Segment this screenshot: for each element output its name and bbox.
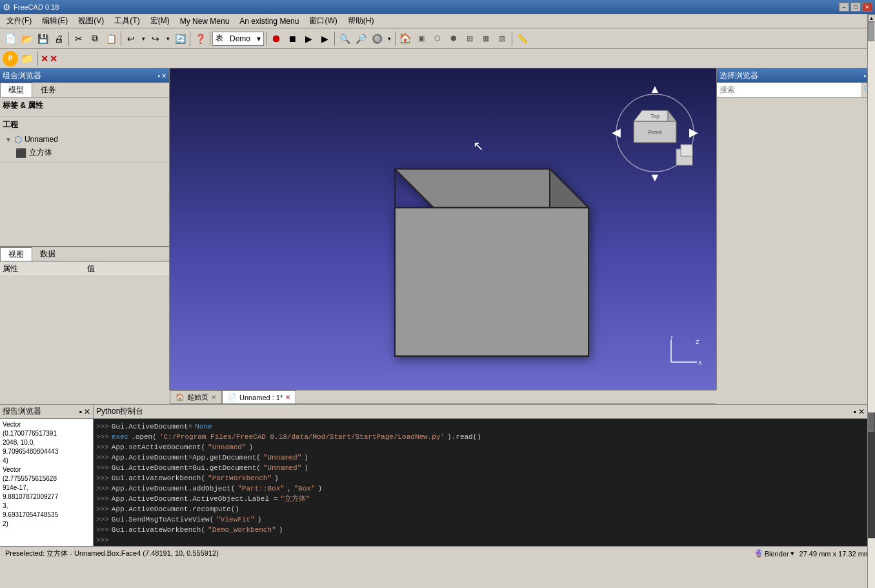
python-scroll-track[interactable]: [868, 412, 876, 538]
report-scroll-thumb[interactable]: [868, 22, 874, 41]
python-close-btn[interactable]: ✕: [858, 407, 865, 416]
svg-text:Front: Front: [648, 129, 662, 136]
menu-existing-menu[interactable]: An existing Menu: [234, 15, 304, 27]
titlebar-controls[interactable]: − □ ✕: [839, 3, 872, 12]
close-x-1[interactable]: ✕: [41, 54, 48, 64]
part-icon[interactable]: P: [3, 51, 18, 66]
view-fit-all-button[interactable]: 🔎: [353, 31, 368, 46]
minimize-button[interactable]: −: [839, 3, 849, 12]
report-line-11: 9.69317054748535: [3, 511, 90, 520]
redo-arrow[interactable]: ▾: [164, 31, 172, 46]
tree-item-cube[interactable]: ⬛ 立方体: [3, 146, 166, 159]
python-content[interactable]: >>> Gui.ActiveDocument=None >>> exec.ope…: [94, 419, 867, 546]
folder-icon[interactable]: 📁: [19, 51, 35, 66]
tab-unnamed-close[interactable]: ✕: [285, 394, 290, 401]
sel-restore-btn[interactable]: ▪: [863, 72, 866, 79]
redo-button[interactable]: ↪: [148, 31, 163, 46]
view-bottom-button[interactable]: ▦: [478, 31, 494, 46]
search-bar[interactable]: 🔍: [717, 83, 875, 97]
report-scroll-up[interactable]: ▲: [868, 14, 876, 22]
view-style-arrow[interactable]: ▾: [385, 31, 393, 46]
tab-start-close[interactable]: ✕: [211, 394, 216, 401]
menu-help[interactable]: 帮助(H): [343, 14, 379, 28]
py-line-1: >>> Gui.ActiveDocument=None: [96, 421, 865, 432]
execute-button[interactable]: ▶: [301, 31, 316, 46]
status-right: 🔮 Blender ▾ 27.49 mm x 17.32 mm: [754, 549, 870, 558]
python-restore-btn[interactable]: ▪: [853, 407, 856, 416]
close-button[interactable]: ✕: [862, 3, 872, 12]
report-content: Vector (0.1700776517391 2048, 10.0, 9.70…: [0, 419, 93, 546]
tab-start-page[interactable]: 🏠 起始页 ✕: [170, 390, 222, 403]
view-fit-button[interactable]: 🔍: [337, 31, 352, 46]
menu-edit[interactable]: 编辑(E): [37, 14, 73, 28]
view-right-button[interactable]: ⬢: [446, 31, 461, 46]
py-line-3: >>> App.setActiveDocument("Unnamed"): [96, 442, 865, 452]
menu-file[interactable]: 文件(F): [1, 14, 37, 28]
new-file-button[interactable]: 📄: [3, 31, 18, 46]
search-input[interactable]: [717, 83, 861, 97]
combo-close-btn[interactable]: ✕: [161, 72, 166, 79]
report-close-btn[interactable]: ✕: [84, 407, 90, 416]
nav-cube[interactable]: ▲ ▼ ◀ ▶ Top Front: [607, 81, 703, 185]
tree-item-unnamed[interactable]: ▼ ⬡ Unnamed: [3, 133, 166, 146]
view-rear-button[interactable]: ▤: [462, 31, 478, 46]
report-restore-btn[interactable]: ▪: [79, 407, 81, 416]
nav-cube-svg: ▲ ▼ ◀ ▶ Top Front: [607, 81, 703, 185]
copy-button[interactable]: ⧉: [87, 31, 103, 46]
renderer-dropdown[interactable]: 🔮 Blender ▾: [754, 549, 794, 558]
undo-button[interactable]: ↩: [123, 31, 139, 46]
combo-browser-title: 组合浏览器: [3, 70, 41, 81]
tree-label-unnamed: Unnamed: [25, 135, 58, 144]
python-scroll-thumb[interactable]: [868, 412, 874, 432]
menu-window[interactable]: 窗口(W): [304, 14, 342, 28]
cut-button[interactable]: ✂: [71, 31, 86, 46]
toolbar-separator-1: [68, 32, 69, 46]
report-line-3: 2048, 10.0,: [3, 438, 90, 447]
view-tab-data[interactable]: 数据: [32, 247, 63, 261]
stop-button[interactable]: ⏹: [285, 31, 300, 46]
report-panel: 报告浏览器 ▪ ✕ Vector (0.1700776517391 2048, …: [0, 405, 94, 546]
python-scrollbar[interactable]: ▲ ▼: [867, 405, 875, 546]
menu-view[interactable]: 视图(V): [73, 14, 109, 28]
view-home-button[interactable]: 🏠: [397, 31, 413, 46]
python-controls[interactable]: ▪ ✕: [853, 407, 865, 416]
view-left-button[interactable]: ▧: [494, 31, 510, 46]
tab-tasks[interactable]: 任务: [32, 83, 65, 97]
python-panel: Python控制台 ▪ ✕ >>> Gui.ActiveDocument=Non…: [94, 405, 867, 546]
save-file-button[interactable]: 💾: [35, 31, 50, 46]
report-line-10: 3,: [3, 502, 90, 511]
toolbar-separator-2: [121, 32, 121, 46]
record-button[interactable]: ⏺: [268, 31, 284, 46]
workbench-dropdown[interactable]: 表 Demo ▾: [212, 32, 264, 46]
open-file-button[interactable]: 📂: [19, 31, 34, 46]
menu-tools[interactable]: 工具(T): [109, 14, 145, 28]
measure-button[interactable]: 📏: [514, 31, 530, 46]
view-top-button[interactable]: ⬡: [430, 31, 445, 46]
print-button[interactable]: 🖨: [51, 31, 66, 46]
view-front-button[interactable]: ▣: [414, 31, 429, 46]
maximize-button[interactable]: □: [850, 3, 861, 12]
close-x-2[interactable]: ✕: [50, 54, 57, 64]
tab-unnamed[interactable]: 📄 Unnamed : 1* ✕: [222, 390, 296, 403]
menu-my-new-menu[interactable]: My New Menu: [175, 15, 235, 27]
app-title: FreeCAD 0.18: [14, 3, 59, 11]
whatsthis-button[interactable]: ❓: [192, 31, 208, 46]
combo-restore-btn[interactable]: ▪: [157, 72, 160, 79]
refresh-button[interactable]: 🔄: [172, 31, 188, 46]
svg-text:Top: Top: [650, 113, 660, 119]
combo-browser-controls[interactable]: ▪ ✕: [157, 72, 166, 79]
run-macro-button[interactable]: ▶: [317, 31, 332, 46]
paste-button[interactable]: 📋: [103, 31, 119, 46]
viewport[interactable]: ▲ ▼ ◀ ▶ Top Front: [170, 68, 716, 390]
view-tabs: 视图 数据: [0, 247, 169, 261]
report-line-12: 2): [3, 520, 90, 529]
menu-macro[interactable]: 宏(M): [145, 14, 175, 28]
main-area: 组合浏览器 ▪ ✕ 模型 任务 标签 & 属性 工程 ▼ ⬡ Unnamed: [0, 68, 875, 390]
toolbar-separator-4: [210, 32, 210, 46]
view-draw-style[interactable]: 🔘: [369, 31, 385, 46]
tab-model[interactable]: 模型: [0, 83, 32, 97]
view-tab-view[interactable]: 视图: [0, 247, 32, 261]
undo-arrow[interactable]: ▾: [139, 31, 147, 46]
report-controls[interactable]: ▪ ✕: [79, 407, 90, 416]
titlebar: ⚙ FreeCAD 0.18 − □ ✕: [0, 0, 875, 14]
